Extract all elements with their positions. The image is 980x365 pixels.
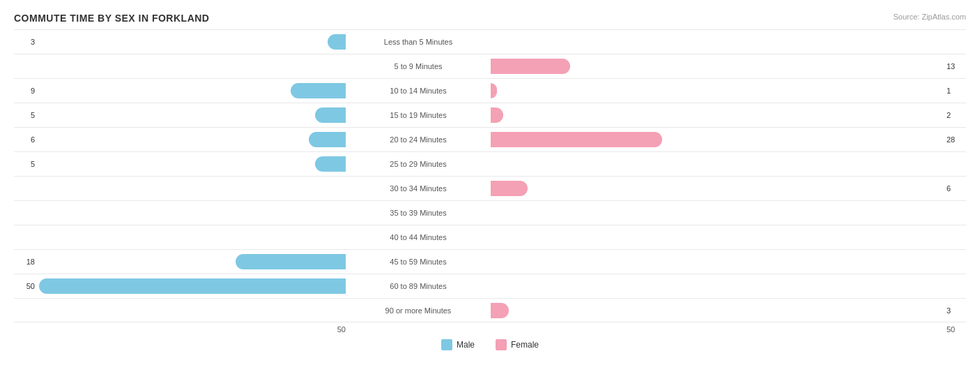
male-bar [315,107,346,123]
row-label: 10 to 14 Minutes [349,87,488,95]
female-value: 28 [947,135,966,144]
table-row: 30 to 34 Minutes 6 [14,176,966,200]
table-row: 9 10 to 14 Minutes 1 [14,78,966,103]
row-label: 5 to 9 Minutes [349,62,488,70]
right-bar-container: 2 [488,107,966,123]
right-bar-wrap [491,132,942,147]
male-value: 3 [15,38,35,46]
table-row: 5 25 to 29 Minutes [14,151,966,176]
left-bar-wrap [39,254,346,269]
legend-male-label: Male [457,340,475,350]
table-row: 6 20 to 24 Minutes 28 [14,127,966,151]
row-label: 30 to 34 Minutes [349,184,488,193]
row-label: 40 to 44 Minutes [349,233,488,241]
table-row: 3 Less than 5 Minutes [14,29,966,54]
male-bar [309,132,346,147]
left-bar-wrap [39,83,346,98]
female-bar [491,83,497,98]
table-row: 5 15 to 19 Minutes 2 [14,103,966,127]
row-label: 90 or more Minutes [349,306,488,315]
table-row: 40 to 44 Minutes [14,225,966,249]
female-value: 1 [947,87,966,95]
female-bar [491,59,570,74]
left-bar-wrap [39,107,346,123]
male-value: 6 [15,135,35,144]
table-row: 50 60 to 89 Minutes [14,274,966,298]
chart-container: COMMUTE TIME BY SEX IN FORKLAND Source: … [0,0,980,365]
left-bar-container: 3 [14,34,349,50]
female-bar [491,303,509,318]
chart-title: COMMUTE TIME BY SEX IN FORKLAND [14,13,966,24]
male-value: 9 [15,87,35,95]
legend-female-label: Female [511,340,539,350]
legend-pink-box [496,339,507,350]
row-label: 20 to 24 Minutes [349,135,488,144]
female-bar [491,132,662,147]
left-bar-container: 5 [14,156,349,172]
right-bar-container: 6 [488,181,966,196]
male-value: 18 [15,258,35,266]
left-bar-wrap [39,34,346,50]
legend-female: Female [496,339,539,350]
male-bar [39,278,346,294]
male-bar [328,34,346,50]
row-label: 15 to 19 Minutes [349,111,488,119]
left-bar-container: 9 [14,83,349,98]
source-label: Source: ZipAtlas.com [893,13,966,21]
row-label: 25 to 29 Minutes [349,160,488,168]
row-label: 45 to 59 Minutes [349,258,488,266]
left-bar-wrap [39,278,346,294]
left-bar-container: 50 [14,278,349,294]
right-bar-wrap [491,303,942,318]
right-bar-container: 3 [488,303,966,318]
row-label: 35 to 39 Minutes [349,209,488,217]
table-row: 90 or more Minutes 3 [14,298,966,322]
male-bar [291,83,346,98]
left-bar-wrap [39,156,346,172]
legend-blue-box [441,339,452,350]
table-row: 18 45 to 59 Minutes [14,249,966,274]
male-value: 5 [15,160,35,168]
right-bar-container: 1 [488,83,966,98]
left-bar-container: 6 [14,132,349,147]
right-bar-container: 13 [488,59,966,74]
female-value: 3 [947,306,966,315]
row-label: 60 to 89 Minutes [349,282,488,290]
left-bar-container: 5 [14,107,349,123]
right-bar-wrap [491,59,942,74]
table-row: 5 to 9 Minutes 13 [14,54,966,78]
right-bar-wrap [491,83,942,98]
table-row: 35 to 39 Minutes [14,200,966,225]
row-label: Less than 5 Minutes [349,38,488,46]
axis-right-label: 50 [947,325,966,334]
left-bar-wrap [39,132,346,147]
male-value: 50 [15,282,35,290]
axis-left-label: 50 [326,325,346,334]
female-bar [491,107,503,123]
axis-row: 50 50 [14,325,966,334]
male-bar [315,156,346,172]
female-value: 6 [947,184,966,193]
legend: Male Female [14,339,966,350]
right-bar-wrap [491,107,942,123]
left-bar-container: 18 [14,254,349,269]
female-bar [491,181,528,196]
legend-male: Male [441,339,475,350]
male-value: 5 [15,111,35,119]
female-value: 2 [947,111,966,119]
chart-area: 3 Less than 5 Minutes 5 to 9 [14,29,966,322]
male-bar [236,254,346,269]
right-bar-wrap [491,181,942,196]
right-bar-container: 28 [488,132,966,147]
female-value: 13 [947,62,966,70]
